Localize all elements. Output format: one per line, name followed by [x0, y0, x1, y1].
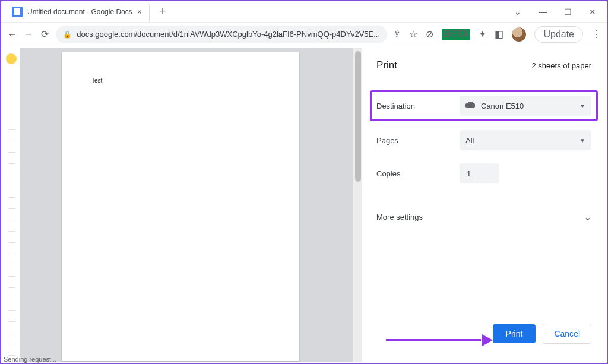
emoji-picker-icon[interactable]	[6, 53, 17, 64]
chrome-menu-icon[interactable]: ⋮	[591, 29, 601, 40]
destination-label: Destination	[376, 102, 460, 110]
destination-select[interactable]: Canon E510 ▼	[460, 96, 591, 116]
tab-title: Untitled document - Google Docs	[27, 8, 132, 16]
copies-row: Copies	[376, 162, 591, 185]
pages-value: All	[466, 136, 474, 145]
print-title: Print	[376, 59, 397, 71]
window-titlebar: Untitled document - Google Docs × + ⌄ ― …	[1, 1, 607, 23]
reload-button[interactable]: ⟳	[40, 27, 50, 42]
window-controls: ⌄ ― ☐ ✕	[512, 7, 607, 17]
destination-value: Canon E510	[481, 102, 524, 110]
chevron-down-icon: ⌄	[584, 211, 591, 223]
link-icon[interactable]: ⊘	[426, 29, 433, 40]
ruler	[8, 119, 15, 362]
minimize-icon[interactable]: ―	[537, 7, 549, 17]
side-panel-icon[interactable]: ◧	[495, 29, 504, 40]
docs-favicon-icon	[12, 7, 23, 17]
preview-scrollbar-track[interactable]	[353, 48, 362, 362]
lock-icon: 🔒	[63, 30, 72, 39]
pages-select[interactable]: All ▼	[460, 130, 591, 150]
update-button[interactable]: Update	[534, 26, 583, 43]
preview-text: Test	[91, 77, 270, 84]
url-text: docs.google.com/document/d/1nlAVWdp3WXCp…	[77, 30, 380, 39]
annotation-arrow	[386, 337, 493, 344]
printer-icon	[466, 102, 475, 110]
more-settings-label: More settings	[376, 213, 423, 221]
preview-page: Test	[62, 52, 299, 361]
destination-row: Destination Canon E510 ▼	[370, 90, 598, 121]
pages-label: Pages	[376, 136, 460, 145]
print-settings-panel: Print 2 sheets of paper Destination Cano…	[362, 48, 606, 362]
docs-background-strip	[2, 48, 20, 362]
profile-avatar[interactable]	[512, 27, 526, 42]
maximize-icon[interactable]: ☐	[562, 7, 574, 17]
forward-button[interactable]: →	[23, 27, 33, 42]
browser-tab[interactable]: Untitled document - Google Docs ×	[5, 2, 150, 22]
copies-input[interactable]	[460, 163, 499, 183]
status-bar: Sending request...	[4, 356, 56, 363]
close-window-icon[interactable]: ✕	[587, 7, 598, 17]
preview-scrollbar-thumb[interactable]	[355, 51, 361, 182]
more-settings-toggle[interactable]: More settings ⌄	[376, 207, 591, 227]
print-preview-pane: Test	[20, 48, 362, 362]
cancel-button[interactable]: Cancel	[543, 324, 591, 344]
bookmark-star-icon[interactable]: ☆	[409, 29, 417, 40]
new-tab-button[interactable]: +	[154, 4, 171, 20]
back-button[interactable]: ←	[7, 27, 17, 42]
copies-label: Copies	[376, 169, 460, 178]
chevron-down-icon: ▼	[580, 103, 585, 109]
pages-row: Pages All ▼	[376, 128, 591, 152]
close-tab-icon[interactable]: ×	[137, 7, 142, 17]
address-bar: ← → ⟳ 🔒 docs.google.com/document/d/1nlAV…	[1, 23, 607, 46]
url-input[interactable]: 🔒 docs.google.com/document/d/1nlAVWdp3WX…	[56, 26, 387, 43]
print-button[interactable]: Print	[493, 324, 536, 343]
beta-badge-icon[interactable]: BETA	[442, 29, 470, 40]
window-dropdown-icon[interactable]: ⌄	[512, 7, 524, 17]
chevron-down-icon: ▼	[580, 137, 585, 144]
share-icon[interactable]: ⇪	[393, 29, 401, 40]
extensions-puzzle-icon[interactable]: ✦	[479, 29, 486, 40]
sheet-count: 2 sheets of paper	[532, 61, 591, 70]
content-area: Test Print 2 sheets of paper Destination…	[2, 48, 606, 362]
